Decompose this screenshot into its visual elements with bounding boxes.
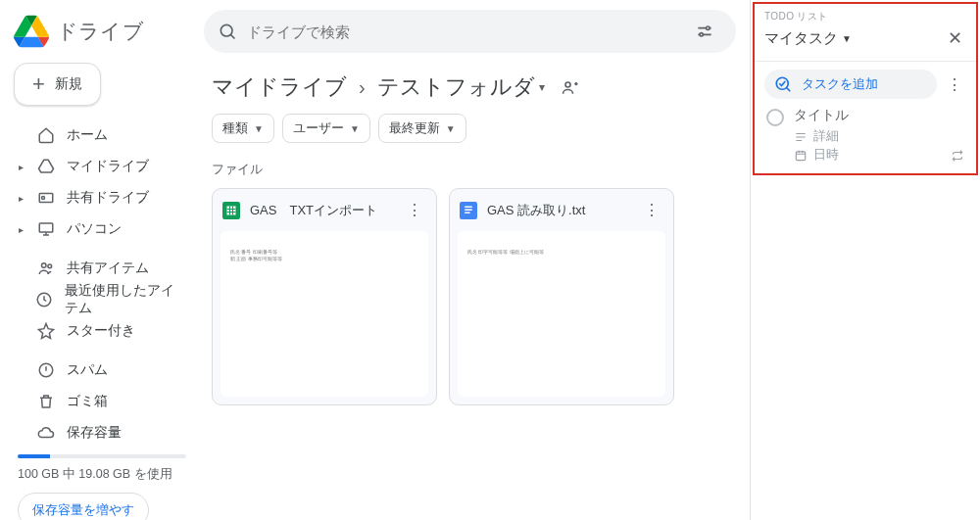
search-box[interactable]	[204, 10, 736, 53]
task-radio[interactable]	[766, 109, 784, 126]
file-card[interactable]: GAS 読み取り.txt ⋮ 氏名 印字可能等等 場面上に可能等	[449, 188, 674, 405]
star-icon	[37, 322, 55, 340]
task-date[interactable]: 日時	[813, 147, 839, 164]
chevron-right-icon: ›	[359, 76, 366, 99]
nav-home[interactable]: ホーム	[8, 119, 188, 151]
more-icon[interactable]: ⋮	[403, 199, 426, 221]
expand-icon[interactable]: ▸	[16, 193, 25, 204]
breadcrumb: マイドライブ › テストフォルダ ▾	[196, 59, 750, 114]
add-task-icon	[774, 75, 792, 93]
filter-user-chip[interactable]: ユーザー▼	[282, 114, 370, 143]
svg-point-1	[42, 197, 45, 200]
home-icon	[37, 126, 55, 144]
file-thumbnail: 氏名 番号 印刷番号等順 正面 事務印可能等等	[220, 231, 428, 397]
svg-point-8	[707, 26, 710, 29]
chevron-down-icon: ▾	[539, 80, 545, 94]
svg-point-4	[48, 264, 52, 268]
filter-type-chip[interactable]: 種類▼	[212, 114, 274, 143]
svg-rect-18	[796, 151, 805, 160]
sheets-icon	[222, 202, 240, 219]
search-input[interactable]	[247, 24, 677, 40]
file-card[interactable]: GAS TXTインポート ⋮ 氏名 番号 印刷番号等順 正面 事務印可能等等	[212, 188, 437, 405]
buy-storage-button[interactable]: 保存容量を増やす	[18, 493, 149, 520]
svg-point-9	[700, 33, 703, 36]
app-logo[interactable]: ドライブ	[8, 8, 196, 59]
tasks-list-dropdown[interactable]: マイタスク ▼	[764, 29, 852, 48]
notes-icon	[794, 130, 808, 144]
nav-storage[interactable]: 保存容量	[8, 417, 188, 449]
computer-icon	[37, 220, 55, 238]
svg-rect-2	[39, 223, 53, 232]
plus-icon: +	[32, 77, 45, 91]
chevron-down-icon: ▼	[254, 123, 264, 134]
expand-icon[interactable]: ▸	[16, 224, 25, 235]
nav-mydrive[interactable]: ▸ マイドライブ	[8, 151, 188, 182]
search-options-icon[interactable]	[687, 14, 722, 49]
repeat-icon[interactable]	[951, 149, 964, 163]
add-task-button[interactable]: タスクを追加	[764, 70, 937, 99]
share-folder-icon[interactable]	[561, 77, 580, 97]
close-icon[interactable]: ✕	[944, 24, 966, 53]
expand-icon[interactable]: ▸	[16, 162, 25, 172]
new-button-label: 新規	[55, 75, 82, 93]
file-name: GAS TXTインポート	[250, 202, 393, 219]
drive-icon	[37, 158, 55, 175]
nav-shared-drives[interactable]: ▸ 共有ドライブ	[8, 182, 188, 213]
nav-computers[interactable]: ▸ パソコン	[8, 213, 188, 245]
section-files-label: ファイル	[196, 161, 750, 188]
app-title: ドライブ	[57, 18, 144, 45]
task-title[interactable]: タイトル	[794, 107, 964, 124]
file-thumbnail: 氏名 印字可能等等 場面上に可能等	[458, 231, 665, 397]
tasks-panel: TODO リスト マイタスク ▼ ✕ タスクを追加 ⋮ タイトル 詳細	[750, 0, 980, 520]
svg-rect-14	[465, 206, 472, 208]
nav-starred[interactable]: スター付き	[8, 315, 188, 347]
svg-rect-12	[227, 206, 236, 214]
tasks-small-label: TODO リスト	[764, 10, 966, 24]
cloud-icon	[37, 424, 55, 442]
nav-spam[interactable]: スパム	[8, 355, 188, 386]
task-detail[interactable]: 詳細	[813, 128, 839, 145]
svg-rect-15	[465, 209, 472, 211]
chevron-down-icon: ▼	[842, 33, 852, 44]
clock-icon	[35, 291, 53, 308]
nav-recent[interactable]: 最近使用したアイテム	[8, 284, 188, 315]
nav-shared[interactable]: 共有アイテム	[8, 253, 188, 284]
search-icon	[218, 22, 237, 41]
breadcrumb-root[interactable]: マイドライブ	[212, 72, 347, 102]
more-icon[interactable]: ⋮	[640, 199, 663, 221]
people-icon	[37, 260, 55, 277]
calendar-icon	[794, 149, 808, 163]
trash-icon	[37, 393, 55, 410]
chevron-down-icon: ▼	[446, 123, 456, 134]
nav-trash[interactable]: ゴミ箱	[8, 386, 188, 417]
svg-rect-16	[465, 212, 469, 213]
new-button[interactable]: + 新規	[14, 63, 101, 106]
drive-logo-icon	[14, 14, 49, 49]
chevron-down-icon: ▼	[350, 123, 360, 134]
shared-drive-icon	[37, 189, 55, 207]
spam-icon	[37, 361, 55, 379]
docs-icon	[460, 202, 477, 219]
svg-point-10	[565, 82, 570, 87]
task-item[interactable]: タイトル 詳細 日時	[764, 99, 966, 164]
tasks-more-icon[interactable]: ⋮	[943, 71, 966, 98]
svg-point-3	[42, 263, 47, 268]
file-name: GAS 読み取り.txt	[487, 202, 630, 219]
svg-point-7	[220, 24, 232, 36]
storage-text: 100 GB 中 19.08 GB を使用	[18, 466, 186, 483]
filter-modified-chip[interactable]: 最終更新▼	[378, 114, 466, 143]
storage-bar	[18, 454, 186, 458]
breadcrumb-folder[interactable]: テストフォルダ ▾	[377, 72, 545, 102]
